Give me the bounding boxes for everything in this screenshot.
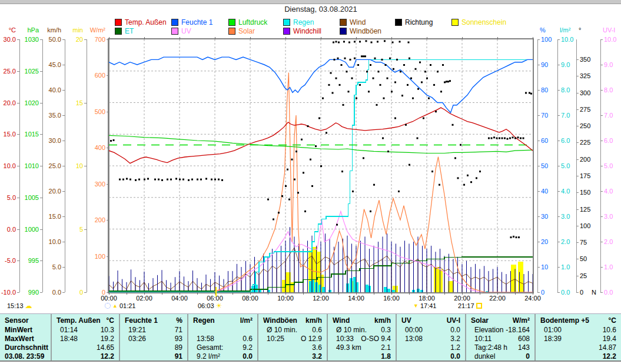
x-axis-tick-top	[427, 37, 427, 39]
axis-tick	[62, 90, 65, 91]
series-richtung	[336, 41, 337, 42]
series-richtung	[409, 164, 410, 166]
x-axis-tick	[462, 292, 463, 295]
axis-tick	[40, 198, 42, 198]
event-cloud: 15:13☁	[7, 302, 32, 309]
cell-left: 13:58	[188, 335, 214, 343]
series-richtung	[129, 179, 131, 181]
series-richtung	[412, 98, 414, 99]
axis-tick-label: 1020	[13, 99, 39, 106]
table-row	[188, 325, 258, 334]
axis-tick	[557, 216, 560, 217]
series-richtung	[394, 118, 396, 119]
column-unit: °C	[107, 316, 120, 325]
table-row: Gesamt:9.2	[188, 343, 258, 352]
series-richtung	[310, 159, 311, 161]
x-axis-tick	[162, 292, 162, 295]
cell-value: 3.6	[312, 343, 328, 352]
chart-title: Dienstag, 03.08.2021	[109, 5, 533, 14]
x-axis-tick	[109, 292, 109, 295]
legend-label: Feuchte 1	[181, 18, 212, 26]
axis-tick-label: 20.0	[35, 188, 61, 195]
axis-tick-label: 45.0	[35, 61, 61, 68]
axis-tick-label: 100	[541, 36, 552, 43]
table-column-temp-au-en: Temp. Außen°C01:1410.318:4819.214.6512.2	[51, 314, 120, 360]
table-row: 01:0010.6	[536, 325, 621, 334]
x-axis-label: 22:00	[484, 295, 511, 302]
cell-value: 0.0	[450, 326, 466, 334]
cell-left: 01:14	[52, 326, 78, 334]
table-column-regen: Regenl/m²13:580.6Gesamt:9.29.2 l/m²0.0	[187, 314, 258, 360]
table-row: 1.2	[397, 343, 466, 352]
cell-value: 12.2	[101, 352, 120, 360]
axis-tick-label: 7.0	[604, 112, 613, 119]
x-axis-tick	[180, 292, 180, 295]
x-axis-tick-top	[533, 37, 533, 39]
axis-tick	[600, 191, 603, 192]
table-header: Windböenkm/h	[258, 316, 328, 325]
axis-tick	[537, 141, 540, 141]
cell-value: 19.2	[101, 335, 120, 343]
column-unit: UV-I	[447, 316, 466, 325]
cell-value: 0.3	[381, 326, 397, 334]
series-richtung	[530, 93, 532, 95]
series-richtung	[333, 42, 334, 44]
table-row: Elevation-18.164	[466, 325, 536, 334]
cell-left: Tag:2:48 h	[466, 343, 507, 352]
table-header: Feuchte 1%	[120, 316, 188, 325]
axis-tick	[40, 103, 42, 103]
series-richtung	[221, 179, 223, 181]
legend-item-richtung: Richtung	[395, 18, 433, 26]
series-richtung	[423, 118, 424, 119]
event-moonrise: ▲01:21	[105, 302, 135, 309]
legend-item-solar: Solar	[228, 27, 255, 35]
axis-tick	[576, 209, 579, 210]
series-richtung	[504, 138, 506, 139]
series-richtung	[513, 236, 514, 238]
series-richtung	[322, 98, 324, 99]
x-axis-tick	[356, 292, 357, 295]
series-richtung	[318, 118, 320, 119]
series-richtung	[326, 132, 327, 133]
legend-label: ET	[125, 27, 134, 35]
series-richtung	[476, 177, 477, 179]
series-richtung	[491, 138, 493, 139]
table-header: Bodentemp +5°C	[536, 316, 621, 325]
legend-label: Sonnenschein	[461, 18, 506, 26]
series-richtung	[426, 78, 428, 79]
axis-tick-label: 300	[580, 89, 590, 96]
series-richtung	[307, 125, 309, 127]
cell-left: 49.3 km	[328, 343, 361, 352]
cell-value: 10.6	[603, 326, 621, 334]
series-richtung	[376, 104, 378, 106]
series-richtung	[303, 172, 304, 173]
axis-tick	[576, 276, 579, 276]
series-richtung	[520, 138, 522, 139]
axis-tick-label: 150	[580, 189, 590, 196]
series-richtung	[452, 124, 454, 126]
series-richtung	[371, 42, 373, 44]
cell-value: 19.4	[603, 335, 621, 343]
series-richtung	[348, 91, 350, 92]
series-richtung	[175, 178, 177, 180]
series-richtung	[179, 179, 181, 181]
legend-item-feuchte-1: Feuchte 1	[171, 18, 212, 26]
axis-tick-label: 0.0	[604, 289, 613, 296]
x-axis-tick-top	[356, 37, 357, 39]
series-richtung	[363, 157, 364, 159]
axis-tick	[40, 71, 42, 72]
series-richtung	[330, 72, 332, 74]
x-axis-label: 12:00	[307, 295, 334, 302]
legend-label: Wind	[350, 18, 366, 26]
series-richtung	[523, 138, 524, 139]
x-axis-tick	[250, 292, 251, 295]
series-richtung	[110, 140, 112, 142]
chart-plot-area[interactable]	[109, 39, 533, 292]
axis-tick	[84, 229, 87, 230]
axis-tick-label: 50	[541, 162, 548, 169]
series-richtung	[288, 199, 290, 201]
window-top-edge	[0, 0, 621, 4]
series-richtung	[346, 71, 348, 72]
row-label-text: Sensor	[0, 316, 29, 325]
table-row: 49.3 km2.1	[328, 343, 397, 352]
